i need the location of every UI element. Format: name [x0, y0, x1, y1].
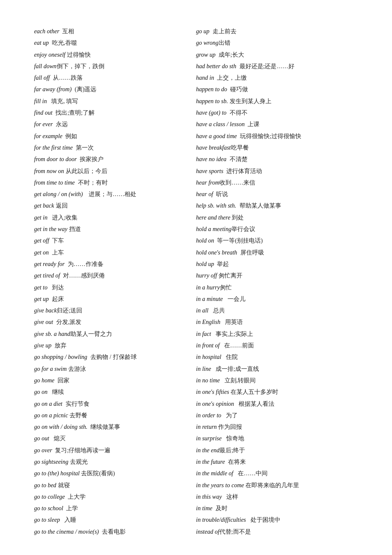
meaning-text: 复习;仔细地再读一遍 — [52, 447, 110, 454]
meaning-text: 从……跌落 — [50, 75, 83, 81]
phrase-text: go to the cinema / movie(s) — [34, 529, 99, 535]
meaning-text: 永远 — [53, 121, 68, 127]
meaning-text: 上车 — [49, 249, 64, 256]
phrase-text: go to college — [34, 494, 65, 500]
meaning-text: 放弃 — [52, 342, 66, 349]
meaning-text: 代替;而不是 — [219, 529, 251, 535]
meaning-text: 不得不 — [227, 110, 248, 116]
meaning-text: 出错 — [219, 40, 231, 46]
phrase-text: have sports — [196, 168, 223, 174]
phrase-text: in a hurry — [196, 284, 220, 291]
phrase-text: give out — [34, 319, 53, 325]
list-item: in time 及时 — [196, 503, 358, 514]
list-item: give sb. a hand助某人一臂之力 — [34, 328, 196, 340]
meaning-text: 吃光,吞噬 — [49, 40, 78, 46]
meaning-text: 屏住呼吸 — [237, 249, 264, 256]
list-item: go for a swim 去游泳 — [34, 363, 196, 375]
meaning-text: 不时；有时 — [75, 179, 108, 186]
meaning-text: 第一次 — [73, 145, 94, 151]
list-item: go wrong出错 — [196, 37, 358, 49]
list-item: in trouble/difficulties 处于困境中 — [196, 514, 358, 526]
meaning-text: 上大学 — [65, 494, 86, 500]
list-item: go on with / doing sth. 继续做某事 — [34, 421, 196, 433]
meaning-text: 例如 — [62, 133, 77, 139]
list-item: give up 放弃 — [34, 340, 196, 351]
phrase-text: hold on — [196, 237, 214, 244]
phrase-text: go sightseeing — [34, 459, 69, 465]
meaning-text: 去游泳 — [67, 366, 86, 372]
list-item: for example 例如 — [34, 130, 196, 142]
phrase-text: in front of — [196, 342, 220, 349]
phrase-text: get tired of — [34, 272, 60, 279]
phrase-text: in time — [196, 505, 213, 512]
list-item: have no idea 不清楚 — [196, 153, 358, 165]
list-item: get to 到达 — [34, 282, 196, 293]
phrase-text: in order to — [196, 412, 221, 419]
meaning-text: 惊奇地 — [222, 435, 244, 442]
phrase-text: go to bed — [34, 482, 56, 489]
meaning-text: 进行体育活动 — [223, 168, 262, 174]
list-item: in the future 在将来 — [196, 456, 358, 468]
meaning-text: (离)遥远 — [72, 86, 96, 92]
phrase-text: here and there — [196, 214, 231, 221]
phrase-text: from time to time — [34, 179, 75, 186]
list-item: find out 找出;查明;了解 — [34, 107, 196, 119]
meaning-text: 到处 — [231, 214, 244, 221]
meaning-text: 在将来 — [225, 459, 246, 465]
phrase-text: in trouble/difficulties — [196, 517, 246, 523]
meaning-text: 吃早餐 — [231, 145, 249, 151]
meaning-text: 去野餐 — [68, 412, 88, 419]
phrase-text: go to (the) hospital — [34, 470, 80, 477]
list-item: instead of代替;而不是 — [196, 526, 358, 538]
phrase-text: in line — [196, 366, 211, 372]
list-item: have (got) to 不得不 — [196, 107, 358, 119]
list-item: in no time 立刻,转眼间 — [196, 375, 358, 386]
phrase-text: get in — [34, 214, 48, 221]
meaning-text: 倒下，掉下，跌倒 — [57, 63, 104, 69]
meaning-text: 成一排;成一直线 — [211, 366, 259, 372]
phrase-text: go on — [34, 389, 48, 395]
meaning-text: 下车 — [49, 237, 64, 244]
phrase-text: have breakfast — [196, 145, 231, 151]
meaning-text: 收到……来信 — [219, 179, 255, 186]
meaning-text: 作为回报 — [217, 424, 242, 430]
list-item: in one's opinion 根据某人看法 — [196, 398, 358, 410]
meaning-text: 事实上;实际上 — [211, 331, 253, 337]
list-item: in fact 事实上;实际上 — [196, 328, 358, 340]
meaning-text: 一会儿 — [223, 296, 245, 302]
list-item: here and there 到处 — [196, 212, 358, 223]
phrase-text: go to sleep — [34, 517, 60, 523]
list-item: in all 总共 — [196, 305, 358, 316]
list-item: for the first time 第一次 — [34, 142, 196, 153]
phrase-text: go home — [34, 377, 55, 384]
list-item: had better do sth 最好还是;还是……好 — [196, 61, 358, 72]
meaning-text: 起床 — [49, 296, 64, 302]
meaning-text: 上课 — [245, 121, 259, 127]
meaning-text: 为了 — [221, 412, 238, 419]
phrase-text: go up — [196, 28, 210, 35]
list-item: in the middle of 在……中间 — [196, 468, 358, 479]
phrase-text: get on — [34, 249, 49, 256]
meaning-text: 上交，上缴 — [214, 75, 247, 81]
phrase-text: in a minute — [196, 296, 223, 302]
phrase-text: go out — [34, 435, 49, 442]
phrase-text: go on with / doing sth. — [34, 424, 87, 430]
meaning-text: 归还;送回 — [57, 307, 82, 314]
phrase-text: have a good time — [196, 133, 237, 139]
meaning-text: 玩得很愉快;过得很愉快 — [237, 133, 301, 139]
meaning-text: 上学 — [63, 505, 78, 512]
meaning-text: 找出;查明;了解 — [52, 110, 95, 116]
list-item: hold a meeting举行会议 — [196, 223, 358, 235]
meaning-text: 分发,派发 — [53, 319, 82, 325]
list-item: go to the cinema / movie(s) 去看电影 — [34, 526, 196, 538]
meaning-text: 在……中间 — [233, 470, 268, 477]
list-item: go to (the) hospital 去医院(看病) — [34, 468, 196, 479]
phrase-text: hear of — [196, 191, 213, 197]
phrase-text: hold up — [196, 261, 214, 267]
list-item: get up 起床 — [34, 293, 196, 305]
phrase-text: in return — [196, 424, 217, 430]
list-item: far away (from) (离)遥远 — [34, 84, 196, 95]
meaning-text: 进展；与……相处 — [83, 191, 136, 197]
meaning-text: 立刻,转眼间 — [220, 377, 256, 384]
meaning-text: 挡道 — [67, 226, 81, 232]
